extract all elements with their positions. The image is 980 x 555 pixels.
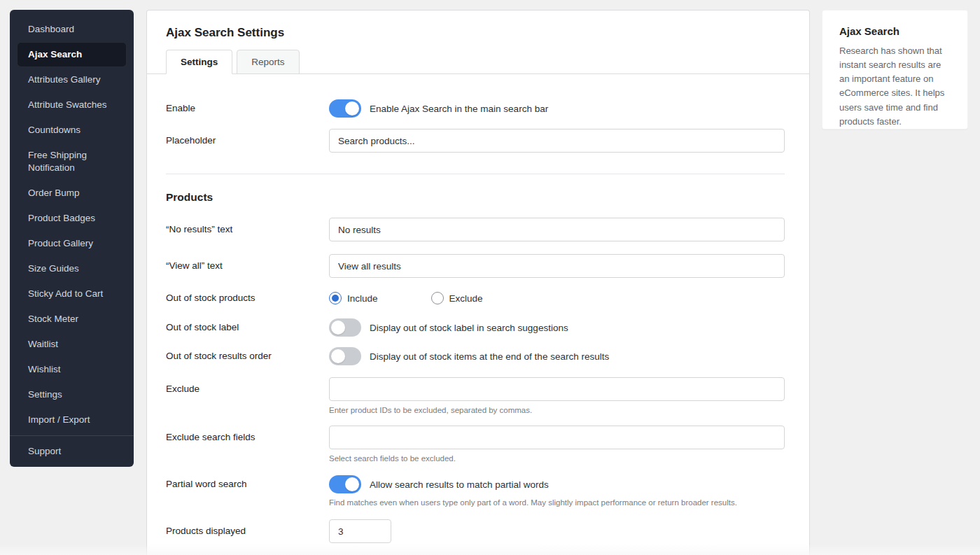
row-enable: Enable Enable Ajax Search in the main se…: [166, 99, 785, 118]
products-section-heading: Products: [166, 191, 785, 204]
row-no-results-text: “No results” text: [166, 218, 785, 241]
partial-word-search-description: Allow search results to match partial wo…: [370, 479, 549, 490]
sidebar-item-settings[interactable]: Settings: [17, 382, 127, 407]
placeholder-input[interactable]: [329, 129, 785, 153]
sidebar-item-size-guides[interactable]: Size Guides: [17, 256, 127, 281]
sidebar-item-wishlist[interactable]: Wishlist: [17, 357, 127, 382]
toggle-knob: [345, 477, 359, 491]
exclude-label: Exclude: [166, 377, 329, 414]
view-all-label: “View all” text: [166, 254, 329, 278]
row-placeholder: Placeholder: [166, 129, 785, 153]
toggle-knob: [345, 101, 359, 115]
exclude-help-text: Enter product IDs to be excluded, separa…: [329, 406, 785, 414]
enable-description: Enable Ajax Search in the main search ba…: [370, 104, 548, 114]
toggle-knob: [331, 349, 345, 363]
row-products-displayed: Products displayed: [166, 519, 785, 543]
exclude-radio-label[interactable]: Exclude: [449, 293, 483, 304]
sidebar-item-dashboard[interactable]: Dashboard: [17, 17, 127, 42]
sidebar-item-import-export[interactable]: Import / Export: [17, 407, 127, 433]
sidebar-item-waitlist[interactable]: Waitlist: [17, 332, 127, 357]
out-of-stock-label-description: Display out of stock label in search sug…: [370, 323, 568, 333]
view-all-input[interactable]: [329, 254, 785, 278]
sidebar-item-sticky-add-to-cart[interactable]: Sticky Add to Cart: [17, 281, 127, 307]
tab-reports[interactable]: Reports: [237, 50, 299, 74]
enable-label: Enable: [166, 99, 329, 118]
sidebar-item-stock-meter[interactable]: Stock Meter: [17, 307, 127, 332]
main-panel: Ajax Search Settings Settings Reports En…: [146, 10, 810, 555]
exclude-search-fields-input[interactable]: [329, 426, 785, 449]
row-partial-word-search: Partial word search Allow search results…: [166, 475, 785, 507]
exclude-search-fields-help-text: Select search fields to be excluded.: [329, 454, 785, 463]
exclude-radio[interactable]: [431, 292, 444, 304]
partial-word-search-label: Partial word search: [166, 475, 329, 507]
row-exclude-search-fields: Exclude search fields Select search fiel…: [166, 426, 785, 463]
products-displayed-label: Products displayed: [166, 519, 329, 543]
placeholder-label: Placeholder: [166, 129, 329, 153]
sidebar-divider: [10, 435, 134, 436]
include-radio-label[interactable]: Include: [347, 293, 378, 304]
enable-toggle[interactable]: [329, 99, 361, 118]
out-of-stock-label-label: Out of stock label: [166, 318, 329, 337]
sidebar-item-order-bump[interactable]: Order Bump: [17, 181, 127, 206]
settings-form: Enable Enable Ajax Search in the main se…: [147, 74, 809, 555]
sidebar-item-attribute-swatches[interactable]: Attribute Swatches: [17, 92, 127, 118]
row-out-of-stock-label: Out of stock label Display out of stock …: [166, 318, 785, 337]
partial-word-search-toggle[interactable]: [329, 475, 361, 493]
sidebar-item-countdowns[interactable]: Countdowns: [17, 118, 127, 143]
out-of-stock-products-label: Out of stock products: [166, 292, 329, 304]
row-exclude: Exclude Enter product IDs to be excluded…: [166, 377, 785, 414]
sidebar-item-attributes-gallery[interactable]: Attributes Gallery: [17, 67, 127, 92]
row-out-of-stock-results-order: Out of stock results order Display out o…: [166, 347, 785, 365]
tab-settings[interactable]: Settings: [166, 50, 232, 74]
sidebar-item-support[interactable]: Support: [17, 439, 127, 464]
sidebar-item-free-shipping-notification[interactable]: Free Shipping Notification: [17, 143, 127, 181]
sidebar: Dashboard Ajax Search Attributes Gallery…: [10, 10, 134, 467]
partial-word-search-help-text: Find matches even when users type only p…: [329, 498, 785, 507]
section-divider: [166, 174, 785, 174]
out-of-stock-results-order-label: Out of stock results order: [166, 347, 329, 365]
out-of-stock-results-order-description: Display out of stock items at the end of…: [370, 351, 609, 362]
sidebar-item-ajax-search[interactable]: Ajax Search: [17, 42, 127, 67]
row-out-of-stock-products: Out of stock products Include Exclude: [166, 292, 785, 304]
exclude-input[interactable]: [329, 377, 785, 401]
tab-bar: Settings Reports: [147, 40, 809, 74]
exclude-search-fields-label: Exclude search fields: [166, 426, 329, 463]
no-results-input[interactable]: [329, 218, 785, 241]
help-panel-body: Research has shown that instant search r…: [839, 44, 951, 129]
toggle-knob: [331, 321, 345, 335]
products-displayed-input[interactable]: [329, 519, 391, 543]
no-results-label: “No results” text: [166, 218, 329, 241]
sidebar-item-product-gallery[interactable]: Product Gallery: [17, 231, 127, 256]
out-of-stock-label-toggle[interactable]: [329, 318, 361, 337]
include-radio[interactable]: [329, 292, 342, 304]
out-of-stock-results-order-toggle[interactable]: [329, 347, 361, 365]
page-title: Ajax Search Settings: [166, 26, 790, 40]
row-view-all-text: “View all” text: [166, 254, 785, 278]
help-panel: Ajax Search Research has shown that inst…: [822, 10, 968, 129]
sidebar-item-product-badges[interactable]: Product Badges: [17, 206, 127, 231]
help-panel-title: Ajax Search: [839, 25, 951, 37]
